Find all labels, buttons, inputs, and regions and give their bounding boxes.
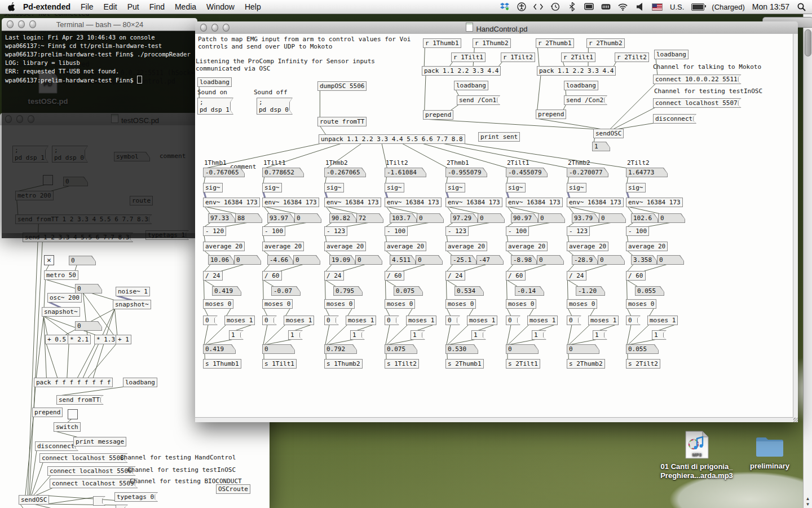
- pd-message[interactable]: 1: [652, 330, 667, 340]
- pd-number[interactable]: 0.792: [324, 344, 357, 354]
- pd-object[interactable]: noise~ 1: [116, 287, 150, 296]
- pd-object[interactable]: average 20: [385, 242, 426, 251]
- pd-object[interactable]: average 20: [324, 242, 366, 251]
- input-language-flag-icon[interactable]: [652, 3, 663, 11]
- pd-object[interactable]: - 100: [506, 226, 529, 236]
- pd-number[interactable]: 10.06: [208, 255, 234, 265]
- pd-message[interactable]: 1: [593, 330, 607, 340]
- pd-number[interactable]: 0: [537, 255, 564, 265]
- pd-object[interactable]: + 0.5: [45, 335, 68, 344]
- close-button[interactable]: [7, 20, 14, 28]
- menu-item-window[interactable]: Window: [206, 2, 235, 11]
- pd-number[interactable]: -0.955079: [445, 168, 487, 177]
- pd-object[interactable]: - 100: [626, 226, 649, 236]
- pd-object[interactable]: moses 1: [647, 316, 678, 325]
- pd-object[interactable]: r 2Thumb2: [586, 38, 625, 48]
- pd-number[interactable]: -0.455079: [506, 168, 548, 177]
- dropbox-icon[interactable]: [500, 2, 509, 12]
- pd-object[interactable]: / 24: [324, 271, 344, 281]
- pd-number[interactable]: -47: [476, 255, 504, 265]
- pd-object[interactable]: / 24: [203, 271, 223, 281]
- pd-number[interactable]: -0.07: [271, 286, 301, 296]
- pd-number[interactable]: 93.79: [572, 213, 599, 223]
- pd-number[interactable]: -4.66: [267, 255, 293, 265]
- pd-object[interactable]: / 24: [445, 271, 465, 281]
- pd-number[interactable]: 0: [75, 284, 102, 294]
- desktop-icon-mp3[interactable]: MP3 01 Canti di prigonia_ Preghiera...ar…: [656, 431, 738, 480]
- pd-object[interactable]: sig~: [445, 183, 465, 192]
- pd-object[interactable]: - 100: [385, 226, 408, 236]
- pd-object[interactable]: s 1Tilt1: [262, 359, 297, 369]
- pd-message[interactable]: 0: [324, 316, 339, 325]
- pd-object[interactable]: moses 1: [588, 316, 619, 325]
- pd-message[interactable]: 1: [471, 330, 486, 340]
- zoom-button[interactable]: [223, 24, 230, 32]
- pd-message[interactable]: send /Con2: [564, 95, 607, 105]
- pd-object[interactable]: loadbang: [654, 50, 689, 59]
- pd-object[interactable]: average 20: [445, 242, 487, 251]
- pd-message[interactable]: 0: [626, 316, 641, 325]
- spotlight-icon[interactable]: [797, 2, 806, 12]
- pd-message[interactable]: 1: [532, 330, 546, 340]
- pd-object[interactable]: moses 1: [284, 316, 314, 325]
- scrollbar-thumb[interactable]: [805, 29, 811, 56]
- pd-object[interactable]: pack 1.1 2.2 3.3 4.4: [537, 66, 616, 76]
- pd-number[interactable]: -0.267065: [324, 168, 366, 177]
- pd-object[interactable]: env~ 16384 173: [626, 198, 683, 207]
- pd-object[interactable]: loadbang: [123, 378, 157, 387]
- pd-object[interactable]: / 60: [385, 271, 404, 281]
- pd-message[interactable]: 0: [385, 316, 399, 325]
- pd-number[interactable]: 4.511: [390, 255, 416, 265]
- pd-number[interactable]: 0: [658, 213, 685, 223]
- pd-number[interactable]: 0.075: [385, 344, 417, 354]
- pd-message[interactable]: send fromTT: [56, 395, 104, 405]
- pd-number[interactable]: -0.14: [515, 286, 544, 296]
- pd-message[interactable]: 0: [203, 316, 218, 325]
- time-machine-icon[interactable]: [550, 2, 560, 12]
- pd-object[interactable]: r 2Tilt2: [615, 52, 649, 62]
- pd-number[interactable]: -28.9: [572, 255, 598, 265]
- pd-object[interactable]: - 123: [567, 226, 590, 236]
- pd-object[interactable]: moses 0: [203, 299, 233, 309]
- pd-message[interactable]: [93, 496, 105, 506]
- pd-number[interactable]: 0: [506, 344, 539, 354]
- pd-object[interactable]: loadbang: [197, 77, 232, 87]
- pd-object[interactable]: / 24: [567, 271, 586, 281]
- accessibility-icon[interactable]: [517, 2, 526, 12]
- pd-object[interactable]: moses 0: [445, 299, 476, 309]
- pd-object[interactable]: prepend: [536, 110, 566, 119]
- pd-object[interactable]: sig~: [324, 183, 344, 192]
- pd-number[interactable]: -1.61084: [385, 168, 426, 177]
- menu-item-edit[interactable]: Edit: [104, 2, 117, 11]
- window-titlebar[interactable]: Terminal — bash — 80×24: [2, 18, 197, 31]
- pd-object[interactable]: r 2Tilt1: [561, 52, 595, 62]
- pd-message[interactable]: 0: [567, 316, 581, 325]
- pd-number[interactable]: 93.97: [267, 213, 294, 223]
- pd-object[interactable]: s 1Thumb1: [203, 359, 241, 369]
- pd-message[interactable]: send /Con1: [457, 95, 500, 105]
- pd-number[interactable]: 0: [567, 344, 599, 354]
- pd-object[interactable]: r 1Thumb1: [423, 38, 461, 48]
- pd-number[interactable]: 1.64773: [626, 168, 668, 177]
- pd-number[interactable]: 0.055: [635, 286, 664, 296]
- pd-object[interactable]: env~ 16384 173: [506, 198, 563, 207]
- pd-number[interactable]: 3.358: [631, 255, 657, 265]
- pd-object[interactable]: - 100: [262, 226, 285, 236]
- pd-number[interactable]: -8.98: [511, 255, 537, 265]
- pd-number[interactable]: -0.270077: [567, 168, 608, 177]
- pd-number[interactable]: 97.33: [208, 213, 235, 223]
- pd-number[interactable]: -0.767065: [203, 168, 245, 177]
- zoom-button[interactable]: [29, 20, 36, 28]
- pd-object[interactable]: / 60: [626, 271, 646, 281]
- pd-object[interactable]: env~ 16384 173: [262, 198, 319, 207]
- pd-object[interactable]: pack 1.1 2.2 3.3 4.4: [422, 66, 501, 76]
- input-language-label[interactable]: U.S.: [670, 3, 684, 11]
- pd-number[interactable]: 0: [293, 255, 320, 265]
- pd-object[interactable]: sig~: [262, 183, 282, 192]
- pd-number[interactable]: 0.534: [454, 286, 484, 296]
- pd-object[interactable]: * 2.1: [68, 335, 91, 344]
- pd-object[interactable]: sig~: [385, 183, 404, 192]
- console-scrollbar[interactable]: ▲ ▼: [803, 0, 812, 508]
- pd-object[interactable]: env~ 16384 173: [567, 198, 624, 207]
- pd-object[interactable]: moses 0: [567, 299, 597, 309]
